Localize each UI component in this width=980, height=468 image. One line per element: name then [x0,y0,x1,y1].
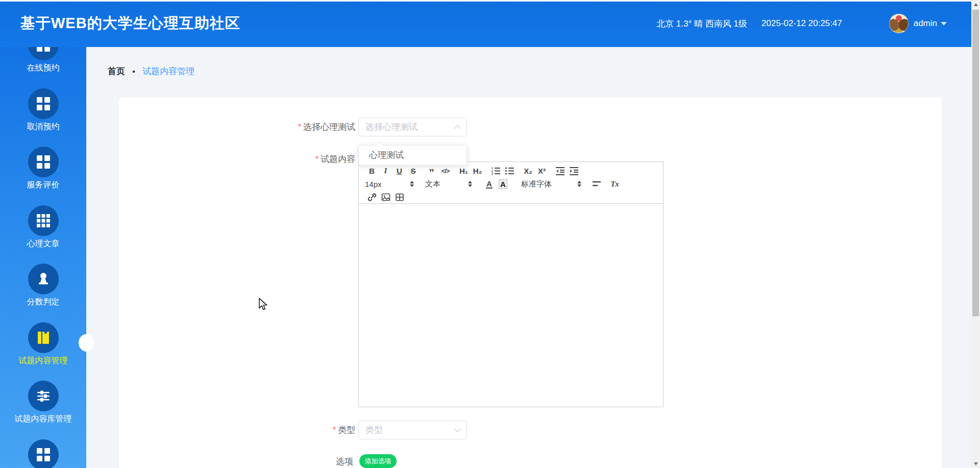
test-select-label: *选择心理测试 [119,118,355,136]
outdent-icon [555,166,565,176]
align-icon [592,180,601,188]
add-option-button[interactable]: 添加选项 [359,454,397,468]
test-select[interactable]: 选择心理测试 [358,118,467,136]
test-select-dropdown: 心理测试 [358,145,467,166]
font-family-picker[interactable]: 标准字体 [521,179,581,189]
breadcrumb-home[interactable]: 首页 [108,65,125,77]
picker-arrows-icon [410,181,414,187]
scrollbar-down-button[interactable] [971,459,980,468]
form-card: *选择心理测试 选择心理测试 心理测试 *试题内容 B I U S ” </ [119,97,942,468]
editor-content-area[interactable] [359,204,663,407]
italic-button[interactable]: I [379,165,393,177]
svg-text:3: 3 [492,172,493,175]
align-button[interactable] [590,178,603,190]
outdent-button[interactable] [553,165,567,177]
chevron-down-icon [454,426,461,432]
underline-button[interactable]: U [393,165,406,177]
user-avatar[interactable] [889,14,909,33]
clean-format-icon: Tx [610,180,619,189]
type-select-label: *类型 [119,420,355,439]
blockquote-button[interactable]: ” [425,165,438,177]
sliders-icon [28,381,59,411]
superscript-button[interactable]: X² [535,165,549,177]
main-content: 首页 ● 试题内容管理 *选择心理测试 选择心理测试 心理测试 *试题内容 B … [86,47,971,468]
sidebar-item-question-content-mgmt[interactable]: 试题内容管理 [0,322,86,366]
editor-toolbar: B I U S ” </> H₁ H₂ 123 X₂ X² [359,162,663,204]
active-item-notch [79,334,94,352]
subscript-button[interactable]: X₂ [521,165,535,177]
indent-button[interactable] [567,165,581,177]
app-title: 基于WEB的大学生心理互助社区 [20,13,240,34]
sidebar-item-label: 分数判定 [0,297,86,307]
required-mark: * [315,154,318,164]
grid-icon [28,147,59,177]
app-header: 基于WEB的大学生心理互助社区 北京 1.3° 晴 西南风 1级 2025-02… [0,0,971,47]
clean-format-button[interactable]: Tx [608,178,622,190]
sidebar-item-partial[interactable] [0,439,86,468]
background-color-button[interactable]: A [496,178,510,190]
sidebar-item-service-review[interactable]: 服务评价 [0,147,86,190]
browser-scrollbar[interactable] [971,0,980,468]
top-strip [0,0,980,2]
books-icon [28,322,59,353]
video-icon [395,193,404,202]
sidebar-item-question-bank-mgmt[interactable]: 试题内容库管理 [0,381,86,424]
sidebar-item-label: 心理文章 [0,239,86,249]
required-mark: * [298,122,301,132]
username-label[interactable]: admin [914,18,937,29]
sidebar-item-label: 试题内容库管理 [0,414,86,424]
code-block-button[interactable]: </> [438,165,452,177]
sidebar-item-score-judgement[interactable]: 分数判定 [0,264,86,307]
test-select-placeholder: 选择心理测试 [365,121,455,133]
sidebar-nav: 在线预约 取消预约 服务评价 心理文章 [0,47,86,468]
rich-text-editor: B I U S ” </> H₁ H₂ 123 X₂ X² [358,161,664,407]
image-icon [381,193,390,202]
header2-button[interactable]: H₂ [471,165,484,177]
bold-button[interactable]: B [365,165,379,177]
header-picker[interactable]: 文本 [425,179,472,189]
background-color-icon: A [499,179,507,189]
sidebar-item-label: 在线预约 [0,63,86,73]
user-menu-caret-icon[interactable] [941,22,947,26]
required-mark: * [332,425,336,435]
sidebar-item-psych-articles[interactable]: 心理文章 [0,205,86,249]
indent-icon [569,166,579,176]
ordered-list-button[interactable]: 123 [489,165,503,177]
picker-arrows-icon [577,181,581,187]
sidebar-item-cancel-booking[interactable]: 取消预约 [0,88,86,132]
link-icon [368,193,377,202]
sidebar-item-label: 服务评价 [0,180,86,190]
bullet-list-icon [505,166,514,176]
stamp-icon [28,264,59,294]
mouse-cursor [258,298,270,313]
type-select[interactable]: 类型 [358,420,467,439]
font-size-picker[interactable]: 14px [365,180,414,189]
image-button[interactable] [379,191,393,203]
header-right: 北京 1.3° 晴 西南风 1级 2025-02-12 20:25:47 adm… [656,0,971,47]
chevron-up-icon [454,125,461,132]
breadcrumb: 首页 ● 试题内容管理 [108,65,194,77]
sidebar-item-label: 取消预约 [0,122,86,132]
font-color-icon: A [486,180,493,189]
datetime-text: 2025-02-12 20:25:47 [762,18,842,29]
video-button[interactable] [393,191,406,203]
grid-3x3-icon [28,205,59,236]
scrollbar-up-button[interactable] [971,0,980,9]
grid-icon [28,88,59,119]
type-select-placeholder: 类型 [365,424,455,436]
header1-button[interactable]: H₁ [457,165,471,177]
breadcrumb-current[interactable]: 试题内容管理 [142,65,194,77]
strike-button[interactable]: S [406,165,420,177]
picker-arrows-icon [468,181,472,187]
bullet-list-button[interactable] [503,165,517,177]
ordered-list-icon: 123 [491,166,501,176]
weather-text: 北京 1.3° 晴 西南风 1级 [656,18,747,30]
grid-icon [28,439,59,468]
link-button[interactable] [365,191,379,203]
sidebar-item-label: 试题内容管理 [0,356,86,366]
dropdown-option[interactable]: 心理测试 [359,146,467,165]
scrollbar-thumb[interactable] [972,10,979,316]
options-label: 选项 [119,452,353,468]
font-color-button[interactable]: A [482,178,496,190]
content-label: *试题内容 [119,150,355,169]
